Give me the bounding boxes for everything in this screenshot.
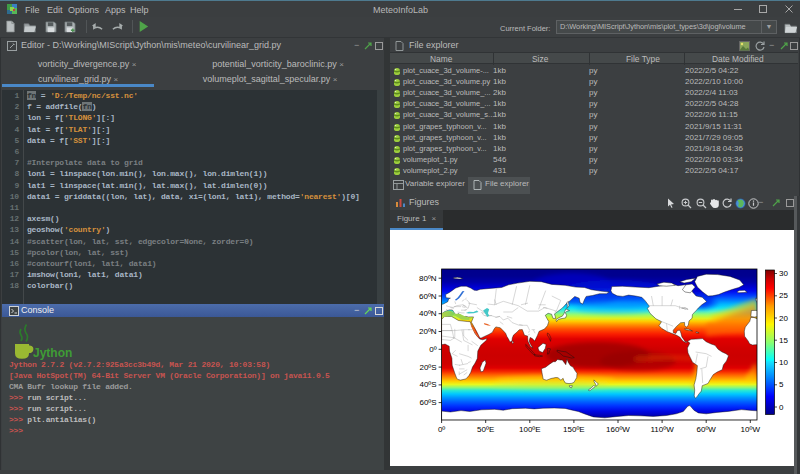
svg-text:60ºW: 60ºW <box>697 425 717 434</box>
svg-text:0º: 0º <box>438 425 445 434</box>
svg-text:0º: 0º <box>429 345 436 354</box>
svg-text:5: 5 <box>779 380 784 389</box>
svg-text:40ºN: 40ºN <box>419 309 437 318</box>
svg-text:25: 25 <box>779 291 788 300</box>
svg-text:10: 10 <box>779 358 788 367</box>
svg-text:15: 15 <box>779 336 788 345</box>
svg-text:100ºE: 100ºE <box>519 425 541 434</box>
svg-text:20ºS: 20ºS <box>419 363 436 372</box>
svg-text:60ºN: 60ºN <box>419 292 437 301</box>
svg-text:160ºW: 160ºW <box>606 425 630 434</box>
svg-text:60ºS: 60ºS <box>419 398 436 407</box>
svg-text:80ºN: 80ºN <box>419 274 437 283</box>
svg-text:10ºW: 10ºW <box>741 425 761 434</box>
svg-text:20: 20 <box>779 314 788 323</box>
svg-text:150ºE: 150ºE <box>563 425 585 434</box>
svg-text:0: 0 <box>779 403 784 412</box>
svg-text:110ºW: 110ºW <box>650 425 674 434</box>
svg-text:40ºS: 40ºS <box>419 380 436 389</box>
svg-text:30: 30 <box>779 269 788 278</box>
svg-text:50ºE: 50ºE <box>477 425 494 434</box>
svg-text:20ºN: 20ºN <box>419 327 437 336</box>
